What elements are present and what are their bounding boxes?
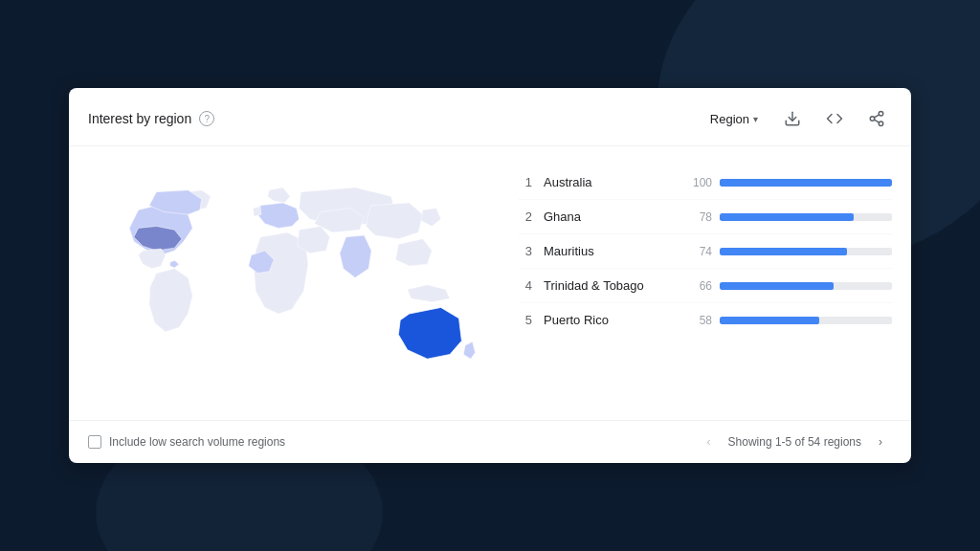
help-icon[interactable]: ?: [199, 111, 214, 126]
embed-button[interactable]: [819, 103, 850, 134]
chevron-down-icon: ▾: [753, 114, 758, 124]
pagination-next[interactable]: ›: [869, 430, 892, 453]
low-volume-checkbox-label[interactable]: Include low search volume regions: [88, 435, 285, 449]
header-left: Interest by region ?: [88, 111, 214, 126]
region-rank: 4: [519, 278, 532, 293]
card-footer: Include low search volume regions ‹ Show…: [69, 420, 911, 463]
region-score: 100: [689, 176, 712, 189]
header-right: Region ▾: [702, 103, 892, 134]
region-row: 3 Mauritius 74: [519, 234, 892, 269]
pagination-prev[interactable]: ‹: [698, 430, 721, 453]
region-rank: 5: [519, 313, 532, 327]
share-button[interactable]: [861, 103, 892, 134]
world-map: [84, 158, 500, 407]
bar-fill: [720, 248, 847, 255]
region-rank: 1: [519, 175, 532, 189]
pagination-text: Showing 1-5 of 54 regions: [728, 435, 861, 449]
bar-container: 58: [689, 314, 892, 327]
bar-track: [720, 213, 892, 221]
region-label: Region: [710, 112, 749, 126]
svg-line-4: [874, 120, 879, 122]
svg-line-5: [874, 115, 879, 118]
region-row: 1 Australia 100: [519, 165, 892, 200]
region-name: Trinidad & Tobago: [544, 278, 678, 293]
bar-container: 74: [689, 245, 892, 258]
bar-track: [720, 179, 892, 187]
bar-fill: [720, 282, 834, 290]
bar-container: 100: [689, 176, 892, 189]
download-button[interactable]: [777, 103, 808, 134]
checkbox-label-text: Include low search volume regions: [109, 435, 285, 449]
region-score: 58: [689, 314, 712, 327]
region-dropdown[interactable]: Region ▾: [702, 108, 766, 130]
bar-container: 78: [689, 210, 892, 224]
pagination: ‹ Showing 1-5 of 54 regions ›: [698, 430, 892, 453]
region-list: 1 Australia 100 2 Ghana 78 3 Mauritius 7…: [509, 158, 911, 420]
bar-track: [720, 317, 892, 324]
download-icon: [784, 110, 801, 127]
bar-fill: [720, 213, 854, 221]
bar-track: [720, 282, 892, 290]
share-icon: [868, 110, 885, 127]
region-score: 78: [689, 210, 712, 224]
bar-container: 66: [689, 279, 892, 293]
region-name: Puerto Rico: [544, 313, 678, 327]
region-score: 66: [689, 279, 712, 293]
interest-by-region-card: Interest by region ? Region ▾: [69, 88, 911, 463]
card-body: 1 Australia 100 2 Ghana 78 3 Mauritius 7…: [69, 146, 911, 420]
region-row: 4 Trinidad & Tobago 66: [519, 269, 892, 303]
low-volume-checkbox[interactable]: [88, 435, 101, 449]
region-name: Mauritius: [544, 244, 678, 258]
region-rank: 2: [519, 209, 532, 224]
bar-fill: [720, 179, 892, 187]
card-header: Interest by region ? Region ▾: [69, 88, 911, 146]
map-section: [69, 158, 509, 420]
region-rank: 3: [519, 244, 532, 258]
region-score: 74: [689, 245, 712, 258]
region-name: Australia: [544, 175, 678, 189]
region-row: 5 Puerto Rico 58: [519, 303, 892, 337]
region-row: 2 Ghana 78: [519, 200, 892, 234]
region-name: Ghana: [544, 209, 678, 224]
bar-fill: [720, 317, 819, 324]
card-title: Interest by region: [88, 111, 191, 126]
bar-track: [720, 248, 892, 255]
embed-icon: [826, 110, 843, 127]
